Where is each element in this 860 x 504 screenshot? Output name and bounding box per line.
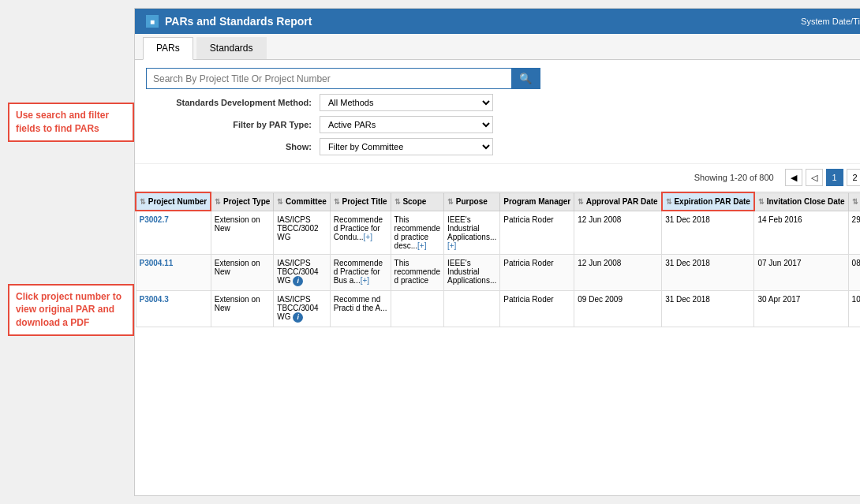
col-invitation-close-date[interactable]: ⇅ Invitation Close Date (754, 192, 848, 211)
col-scope[interactable]: ⇅ Scope (391, 192, 443, 211)
cell-scope-0: This recommende d practice desc...[+] (391, 211, 443, 254)
project-link-1[interactable]: P3004.11 (140, 259, 174, 267)
table-header-row: ⇅ Project Number ⇅ Project Type ⇅ Commit… (136, 192, 860, 211)
pars-table: ⇅ Project Number ⇅ Project Type ⇅ Commit… (135, 192, 860, 327)
cell-invitation-0: 14 Feb 2016 (754, 211, 848, 254)
info-icon-2[interactable]: i (293, 312, 303, 323)
show-label: Show: (146, 142, 320, 151)
cell-committee-0: IAS/ICPS TBCC/3002 WG (274, 211, 330, 254)
cell-scope-2 (391, 290, 443, 327)
cell-ballot-1: 08 Nov 2018 (848, 254, 860, 290)
cell-project-type-0: Extension on New (211, 211, 274, 254)
cell-purpose-2 (443, 290, 499, 327)
cell-project-type-2: Extension on New (211, 290, 274, 327)
col-program-manager[interactable]: Program Manager (500, 192, 574, 211)
left-annotations: Use search and filter fields to find PAR… (8, 8, 134, 496)
par-type-select[interactable]: Active PARs (320, 116, 493, 133)
showing-text: Showing 1-20 of 800 (694, 173, 774, 182)
cell-committee-2: IAS/ICPS TBCC/3004 WG i (274, 290, 330, 327)
show-filter-row: Show: Filter by Committee (146, 138, 860, 155)
panel-title: PARs and Standards Report (165, 15, 312, 28)
cell-ballot-2: 10 Oct 2017 (848, 290, 860, 327)
tab-standards[interactable]: Standards (196, 37, 267, 59)
cell-project-number-0: P3002.7 (136, 211, 211, 254)
info-icon-1[interactable]: i (293, 276, 303, 286)
standards-dev-label: Standards Development Method: (146, 98, 320, 107)
cell-project-title-0: Recommende d Practice for Condu...[+] (330, 211, 391, 254)
col-approval-par-date[interactable]: ⇅ Approval PAR Date (574, 192, 662, 211)
cell-expiration-0: 31 Dec 2018 (662, 211, 754, 254)
tab-pars[interactable]: PARs (143, 37, 193, 60)
search-input-wrap: 🔍 (146, 68, 540, 89)
panel-header-title: ■ PARs and Standards Report (146, 15, 312, 28)
cell-scope-1: This recommende d practice (391, 254, 443, 290)
expand-title-0[interactable]: [+] (364, 233, 372, 241)
search-input[interactable] (147, 69, 511, 88)
search-row: 🔍 Export Pars ▼ (146, 68, 860, 89)
col-project-title[interactable]: ⇅ Project Title (330, 192, 391, 211)
cell-expiration-2: 31 Dec 2018 (662, 290, 754, 327)
cell-approval-1: 12 Jun 2008 (574, 254, 662, 290)
cell-program-manager-1: Patricia Roder (500, 254, 574, 290)
filter-standards-row: Standards Development Method: All Method… (146, 94, 860, 111)
filter-par-type-row: Filter by PAR Type: Active PARs (146, 116, 860, 133)
col-project-type[interactable]: ⇅ Project Type (211, 192, 274, 211)
panel-header: ■ PARs and Standards Report System Date/… (135, 9, 860, 34)
main-panel: ■ PARs and Standards Report System Date/… (134, 8, 860, 496)
page-prev-btn[interactable]: ◁ (806, 169, 823, 186)
show-select[interactable]: Filter by Committee (320, 138, 493, 155)
system-date: System Date/Time: 19-DEC-2018 08:48 UTC-… (801, 17, 860, 26)
par-type-label: Filter by PAR Type: (146, 120, 320, 129)
col-project-number[interactable]: ⇅ Project Number (136, 192, 211, 211)
col-purpose[interactable]: ⇅ Purpose (443, 192, 499, 211)
toolbar-section: 🔍 Export Pars ▼ Standards Development Me… (135, 60, 860, 164)
cell-approval-2: 09 Dec 2009 (574, 290, 662, 327)
search-button[interactable]: 🔍 (511, 69, 540, 88)
cell-program-manager-2: Patricia Roder (500, 290, 574, 327)
page-1-btn[interactable]: 1 (826, 169, 843, 186)
annotation-search: Use search and filter fields to find PAR… (8, 103, 134, 142)
tabs-bar: PARs Standards (135, 34, 860, 60)
project-link-0[interactable]: P3002.7 (140, 215, 169, 224)
cell-committee-1: IAS/ICPS TBCC/3004 WG i (274, 254, 330, 290)
cell-invitation-1: 07 Jun 2017 (754, 254, 848, 290)
page-2-btn[interactable]: 2 (847, 169, 860, 186)
page-first-btn[interactable]: ◀ (785, 169, 802, 186)
table-row: P3004.3 Extension on New IAS/ICPS TBCC/3… (136, 290, 860, 327)
cell-invitation-2: 30 Apr 2017 (754, 290, 848, 327)
col-expiration-par-date[interactable]: ⇅ Expiration PAR Date (662, 192, 754, 211)
expand-scope-0[interactable]: [+] (417, 241, 426, 250)
cell-expiration-1: 31 Dec 2018 (662, 254, 754, 290)
table-wrap: ⇅ Project Number ⇅ Project Type ⇅ Commit… (135, 192, 860, 495)
cell-approval-0: 12 Jun 2008 (574, 211, 662, 254)
project-link-2[interactable]: P3004.3 (140, 295, 169, 304)
expand-purpose-0[interactable]: [+] (447, 241, 456, 250)
cell-project-type-1: Extension on New (211, 254, 274, 290)
col-committee[interactable]: ⇅ Committee (274, 192, 330, 211)
table-row: P3002.7 Extension on New IAS/ICPS TBCC/3… (136, 211, 860, 254)
cell-project-number-1: P3004.11 (136, 254, 211, 290)
cell-purpose-1: IEEE's Industrial Applications... (443, 254, 499, 290)
cell-project-number-2: P3004.3 (136, 290, 211, 327)
header-icon: ■ (146, 15, 159, 28)
table-row: P3004.11 Extension on New IAS/ICPS TBCC/… (136, 254, 860, 290)
cell-ballot-0: 29 Sep 2018 (848, 211, 860, 254)
cell-program-manager-0: Patricia Roder (500, 211, 574, 254)
annotation-project-number: Click project number to view original PA… (8, 284, 134, 336)
cell-project-title-1: Recommende d Practice for Bus a...[+] (330, 254, 391, 290)
cell-purpose-0: IEEE's Industrial Applications...[+] (443, 211, 499, 254)
cell-project-title-2: Recomme nd Practi d the A... (330, 290, 391, 327)
expand-title-1[interactable]: [+] (361, 276, 369, 285)
standards-dev-select[interactable]: All Methods (320, 94, 493, 111)
col-ballot-close-date[interactable]: ⇅ Ballot Close Date (848, 192, 860, 211)
pagination-row: Showing 1-20 of 800 ◀ ◁ 1 2 3 4 5 ▶ ▷ L (135, 164, 860, 192)
